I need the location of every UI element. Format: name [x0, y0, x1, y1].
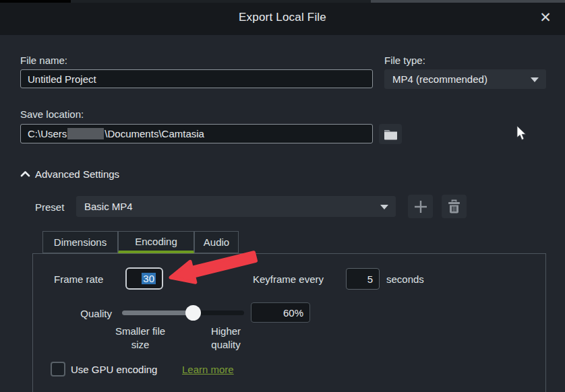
save-path-suffix: \Documents\Camtasia — [105, 128, 204, 139]
save-path-prefix: C:\Users — [28, 128, 67, 139]
save-location-input[interactable]: C:\Users \Documents\Camtasia — [20, 124, 373, 143]
background-window-strip — [0, 0, 71, 3]
keyframe-unit: seconds — [386, 273, 424, 285]
frame-rate-label: Frame rate — [54, 273, 103, 285]
mouse-cursor — [516, 125, 527, 141]
quality-slider-thumb[interactable] — [185, 305, 201, 321]
trash-icon — [448, 199, 460, 214]
file-name-input[interactable] — [20, 69, 373, 88]
close-icon[interactable]: ✕ — [537, 9, 554, 26]
file-type-dropdown[interactable]: MP4 (recommended) — [384, 69, 546, 89]
dialog-titlebar: Export Local File ✕ — [0, 0, 565, 35]
quality-slider[interactable] — [122, 311, 244, 315]
folder-icon — [384, 129, 398, 140]
quality-value: 60% — [283, 307, 303, 319]
gpu-encoding-label: Use GPU encoding — [71, 364, 157, 375]
chevron-up-icon[interactable] — [20, 170, 30, 177]
advanced-settings-toggle[interactable]: Advanced Settings — [35, 168, 119, 180]
gpu-encoding-checkbox[interactable] — [51, 362, 65, 377]
slider-max-label: Higher quality — [199, 325, 253, 352]
save-location-label: Save location: — [20, 108, 84, 120]
file-type-label: File type: — [384, 55, 425, 66]
keyframe-input[interactable]: 5 — [346, 268, 380, 290]
tab-dimensions[interactable]: Dimensions — [42, 231, 118, 253]
frame-rate-input[interactable]: 30 — [125, 267, 163, 290]
chevron-down-icon — [531, 77, 539, 82]
tab-encoding[interactable]: Encoding — [118, 231, 194, 253]
preset-value: Basic MP4 — [84, 201, 133, 212]
export-dialog: Export Local File ✕ File name: File type… — [0, 0, 565, 392]
tab-audio[interactable]: Audio — [194, 231, 239, 253]
keyframe-value: 5 — [367, 273, 373, 285]
quality-label: Quality — [76, 308, 112, 319]
quality-slider-fill — [122, 311, 193, 315]
file-type-value: MP4 (recommended) — [392, 73, 487, 85]
chevron-down-icon — [380, 205, 388, 209]
slider-min-label: Smaller file size — [113, 325, 167, 352]
background-window-strip — [371, 0, 565, 3]
browse-folder-button[interactable] — [379, 124, 402, 144]
quality-value-box[interactable]: 60% — [251, 302, 310, 323]
preset-label: Preset — [35, 201, 64, 213]
add-preset-button[interactable] — [408, 195, 433, 218]
preset-dropdown[interactable]: Basic MP4 — [76, 196, 396, 217]
delete-preset-button[interactable] — [442, 195, 467, 218]
dialog-title: Export Local File — [0, 11, 565, 24]
background-window-strip — [71, 0, 371, 3]
frame-rate-value: 30 — [142, 273, 156, 284]
plus-icon — [413, 199, 428, 214]
learn-more-link[interactable]: Learn more — [182, 364, 234, 375]
redacted-username — [67, 128, 104, 139]
file-name-label: File name: — [20, 55, 67, 66]
keyframe-label: Keyframe every — [253, 273, 324, 285]
